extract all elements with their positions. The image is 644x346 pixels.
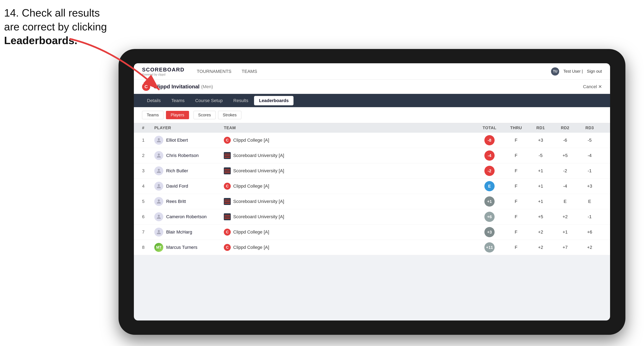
player-cell: Blair McHarg	[154, 228, 224, 237]
svg-point-5	[158, 199, 160, 201]
player-avatar: MT	[154, 243, 163, 252]
rd2-cell: +2	[553, 214, 577, 219]
tab-course-setup[interactable]: Course Setup	[190, 96, 228, 105]
player-cell: David Ford	[154, 182, 224, 191]
svg-point-4	[158, 184, 160, 186]
player-cell: MT Marcus Turners	[154, 243, 224, 252]
instruction-text: 14. Check all results are correct by cli…	[4, 6, 107, 48]
team-logo-c: C	[224, 229, 231, 236]
thru-cell: F	[504, 153, 528, 158]
team-cell: Scoreboard University [A]	[224, 168, 322, 174]
thru-cell: F	[504, 168, 528, 173]
user-avatar: TU	[551, 67, 559, 76]
nav-teams[interactable]: TEAMS	[242, 69, 257, 74]
row-number: 1	[142, 138, 154, 143]
svg-point-1	[158, 138, 160, 140]
thru-cell: F	[504, 245, 528, 250]
tournament-header: C Clippd Invitational (Men) Cancel ✕	[134, 80, 610, 94]
team-name: Scoreboard University [A]	[233, 214, 284, 219]
col-total: TOTAL	[475, 126, 504, 130]
tournament-sub: (Men)	[201, 84, 213, 89]
col-spacer	[322, 126, 475, 130]
table-header: # PLAYER TEAM TOTAL THRU RD1 RD2 RD3	[134, 123, 610, 133]
total-cell: E	[475, 181, 504, 191]
player-name: Rees Britt	[166, 199, 186, 204]
tab-results[interactable]: Results	[228, 96, 253, 105]
row-number: 2	[142, 153, 154, 158]
col-rd3: RD3	[577, 126, 602, 130]
team-cell: C Clippd College [A]	[224, 137, 322, 144]
cancel-button[interactable]: Cancel ✕	[583, 84, 602, 89]
thru-cell: F	[504, 199, 528, 204]
rd1-cell: +5	[528, 214, 553, 219]
player-cell: Elliot Ebert	[154, 136, 224, 145]
rd1-cell: -5	[528, 153, 553, 158]
rd1-cell: +1	[528, 183, 553, 189]
svg-point-6	[158, 215, 160, 217]
rd2-cell: -6	[553, 138, 577, 143]
score-badge: -2	[484, 166, 494, 176]
tablet-shell: SCOREBOARD Powered by clippd TOURNAMENTS…	[118, 49, 626, 335]
sub-tabs: Details Teams Course Setup Results Leade…	[134, 94, 610, 107]
team-name: Clippd College [A]	[233, 229, 269, 235]
total-cell: +11	[475, 242, 504, 252]
rd3-cell: +2	[577, 245, 602, 250]
svg-point-3	[158, 169, 160, 171]
tab-teams[interactable]: Teams	[166, 96, 190, 105]
rd1-cell: +1	[528, 199, 553, 204]
thru-cell: F	[504, 229, 528, 235]
player-avatar	[154, 212, 163, 221]
table-row: 3 Rich Butler Scoreboard University [A] …	[134, 163, 610, 178]
tablet-screen: SCOREBOARD Powered by clippd TOURNAMENTS…	[134, 63, 610, 321]
tab-details[interactable]: Details	[142, 96, 166, 105]
rd3-cell: -1	[577, 214, 602, 219]
thru-cell: F	[504, 214, 528, 219]
filter-strokes[interactable]: Strokes	[218, 111, 241, 119]
team-cell: Scoreboard University [A]	[224, 198, 322, 205]
signout-link[interactable]: Sign out	[587, 69, 602, 74]
nav-tournaments[interactable]: TOURNAMENTS	[197, 69, 232, 74]
player-cell: Rich Butler	[154, 166, 224, 175]
rd3-cell: -5	[577, 138, 602, 143]
col-thru: THRU	[504, 126, 528, 130]
rd3-cell: E	[577, 199, 602, 204]
logo-area: SCOREBOARD Powered by clippd	[142, 67, 184, 76]
rd1-cell: +3	[528, 138, 553, 143]
logo-sub: Powered by clippd	[142, 73, 165, 76]
team-logo-su	[224, 152, 231, 159]
team-name: Clippd College [A]	[233, 183, 269, 189]
team-name: Scoreboard University [A]	[233, 199, 284, 204]
total-cell: +3	[475, 227, 504, 237]
player-name: Blair McHarg	[166, 229, 192, 235]
player-avatar	[154, 136, 163, 145]
rd1-cell: +2	[528, 245, 553, 250]
player-name: Elliot Ebert	[166, 138, 188, 143]
row-number: 3	[142, 168, 154, 173]
row-number: 6	[142, 214, 154, 219]
nav-user-text: Test User |	[563, 69, 583, 74]
score-badge: E	[484, 181, 494, 191]
filter-row: Teams Players Scores Strokes	[134, 107, 610, 123]
filter-teams[interactable]: Teams	[142, 111, 164, 119]
total-cell: -2	[475, 166, 504, 176]
player-name: Marcus Turners	[166, 245, 198, 250]
nav-links: TOURNAMENTS TEAMS	[197, 69, 539, 74]
col-rd2: RD2	[553, 126, 577, 130]
total-cell: -4	[475, 151, 504, 161]
rd2-cell: -2	[553, 168, 577, 173]
table-row: 2 Chris Robertson Scoreboard University …	[134, 148, 610, 163]
rd3-cell: +6	[577, 229, 602, 235]
rd3-cell: -4	[577, 153, 602, 158]
row-number: 8	[142, 245, 154, 250]
filter-players[interactable]: Players	[166, 111, 189, 119]
table-row: 4 David Ford C Clippd College [A] E F +1…	[134, 178, 610, 194]
team-logo-c: C	[224, 137, 231, 144]
row-number: 5	[142, 199, 154, 204]
team-name: Clippd College [A]	[233, 138, 269, 143]
player-avatar	[154, 197, 163, 206]
player-cell: Cameron Robertson	[154, 212, 224, 221]
tab-leaderboards[interactable]: Leaderboards	[254, 96, 294, 105]
rd2-cell: -4	[553, 183, 577, 189]
filter-scores[interactable]: Scores	[194, 111, 216, 119]
table-row: 5 Rees Britt Scoreboard University [A] +…	[134, 194, 610, 209]
